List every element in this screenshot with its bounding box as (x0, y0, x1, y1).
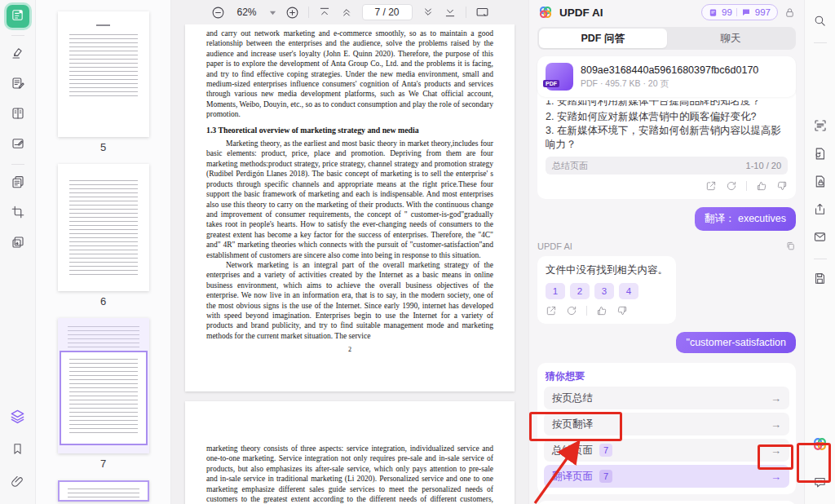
thumbs-up-icon[interactable] (596, 305, 607, 316)
thumbs-down-icon[interactable] (776, 180, 788, 192)
suggestion-label: 翻译页面 (552, 470, 593, 484)
tab-pdf-qa[interactable]: PDF 问答 (539, 29, 667, 48)
tab-chat[interactable]: 聊天 (667, 29, 795, 48)
ai-credits-badge[interactable]: 99 997 (701, 4, 778, 20)
last-page-button[interactable] (444, 6, 457, 19)
message-line: 3. 在新媒体环境下，安踏如何创新营销内容以提高影响力？ (546, 124, 788, 152)
document-lock-icon (813, 175, 827, 192)
search-button[interactable] (805, 8, 835, 36)
reader-icon (11, 8, 24, 25)
user-message-customer-satisfaction: "customer-satisfaction (676, 332, 796, 353)
arrow-right-icon: → (771, 444, 781, 457)
convert-file-icon (813, 147, 827, 164)
message-actions (546, 304, 668, 317)
thumbnail-viewport-outline (60, 351, 148, 445)
thumbs-up-icon[interactable] (756, 180, 767, 192)
ai-message-not-found: 文件中没有找到相关内容。 1 2 3 4 (537, 256, 676, 324)
updf-ai-toggle-button[interactable] (811, 431, 828, 459)
page-reference-chips: 1 2 3 4 (546, 283, 668, 299)
page-number-input[interactable]: 7 / 20 (362, 4, 413, 20)
thumbs-down-icon[interactable] (616, 305, 628, 316)
regenerate-icon[interactable] (726, 180, 737, 192)
thumbnail-page-5[interactable] (58, 11, 149, 137)
zoom-level[interactable]: 62% (234, 7, 260, 18)
suggestion-translate-by-page[interactable]: 按页翻译 → (544, 413, 789, 435)
presentation-mode-button[interactable] (475, 6, 489, 20)
share-button[interactable] (805, 197, 835, 224)
suggestion-label: 总结页面 (552, 444, 593, 458)
save-icon (813, 272, 827, 289)
suggestion-label: 按页翻译 (552, 418, 593, 431)
comment-tool-button[interactable] (7, 43, 29, 66)
question-credit-icon (709, 8, 718, 17)
ai-mode-tabs: PDF 问答 聊天 (537, 27, 796, 50)
comment-panel-button[interactable] (811, 470, 828, 497)
divider (11, 35, 24, 36)
bookmark-panel-button[interactable] (7, 439, 29, 462)
arrow-right-icon: → (771, 418, 781, 431)
organize-pages-button[interactable] (7, 172, 29, 195)
search-icon (813, 14, 827, 31)
export-icon[interactable] (705, 180, 717, 192)
book-edit-icon (11, 106, 25, 124)
message-actions (546, 179, 788, 192)
pdf-page-7: and carry out network marketing and e-co… (185, 24, 515, 391)
convert-button[interactable] (805, 141, 835, 169)
updf-ai-logo-icon (537, 4, 554, 20)
suggestion-translate-page-7[interactable]: 翻译页面 7 → (544, 465, 789, 488)
layers-panel-button[interactable] (7, 406, 29, 429)
right-toolbar (804, 0, 835, 504)
save-button[interactable] (805, 266, 835, 294)
thumbnail-page-6[interactable] (58, 164, 149, 291)
divider (466, 7, 466, 18)
edit-pdf-button[interactable] (7, 73, 29, 96)
ai-panel-title: UPDF AI (559, 7, 603, 19)
ai-panel-header: UPDF AI 99 997 (537, 0, 796, 24)
attachment-panel-button[interactable] (7, 471, 29, 494)
copy-icon[interactable] (785, 241, 796, 251)
crop-tool-button[interactable] (7, 202, 29, 225)
mail-icon (813, 230, 827, 247)
right-toolbar-bottom (811, 431, 828, 497)
user-message-translate: 翻译： executives (695, 207, 796, 231)
thumbnail-page-8[interactable] (58, 480, 149, 502)
attached-file-card[interactable]: PDF 809ae3168440a5961680397fbc6d0170 PDF… (537, 56, 796, 97)
ocr-button[interactable] (805, 113, 835, 141)
lock-icon[interactable] (784, 7, 796, 19)
extract-tool-button[interactable] (7, 232, 29, 255)
form-tool-button[interactable] (7, 104, 29, 126)
pdf-viewer: 62% 7 / 20 and carry out network marketi… (171, 0, 528, 504)
divider (308, 7, 309, 18)
protect-button[interactable] (805, 169, 835, 197)
page-chip[interactable]: 1 (546, 283, 565, 299)
file-name: 809ae3168440a5961680397fbc6d0170 (581, 64, 758, 76)
document-scroll-area[interactable]: and carry out network marketing and e-co… (171, 24, 528, 504)
page-chip[interactable]: 2 (570, 283, 590, 299)
thumbnail-page-7-current[interactable] (58, 318, 149, 453)
page-chip[interactable]: 4 (619, 283, 638, 299)
suggestions-title: 猜你想要 (544, 369, 789, 383)
layers-icon (10, 409, 25, 427)
signature-icon (11, 136, 25, 154)
arrow-right-icon: → (771, 471, 781, 483)
zoom-dropdown-caret-icon[interactable] (269, 9, 276, 16)
page-chip[interactable]: 3 (594, 283, 614, 299)
left-toolbar (0, 0, 36, 504)
comment-bubble-icon (813, 475, 827, 493)
suggestion-summarize-by-page[interactable]: 按页总结 → (544, 387, 789, 409)
next-page-button[interactable] (422, 6, 435, 19)
zoom-in-button[interactable] (285, 6, 299, 20)
previous-page-button[interactable] (340, 6, 353, 19)
message-text: 文件中没有找到相关内容。 (546, 263, 668, 277)
export-icon[interactable] (546, 305, 557, 316)
zoom-out-button[interactable] (211, 6, 225, 20)
pdf-paragraph: marketing theory consists of three aspec… (206, 444, 493, 504)
reader-mode-button[interactable] (7, 5, 29, 28)
suggestion-summarize-page-7[interactable]: 总结页面 7 → (544, 439, 789, 462)
email-button[interactable] (805, 224, 835, 252)
suggestion-label: 按页总结 (552, 391, 593, 405)
sign-tool-button[interactable] (7, 134, 29, 157)
quote-page-range: 1-10 / 20 (746, 161, 781, 170)
first-page-button[interactable] (318, 6, 331, 19)
regenerate-icon[interactable] (566, 305, 577, 316)
